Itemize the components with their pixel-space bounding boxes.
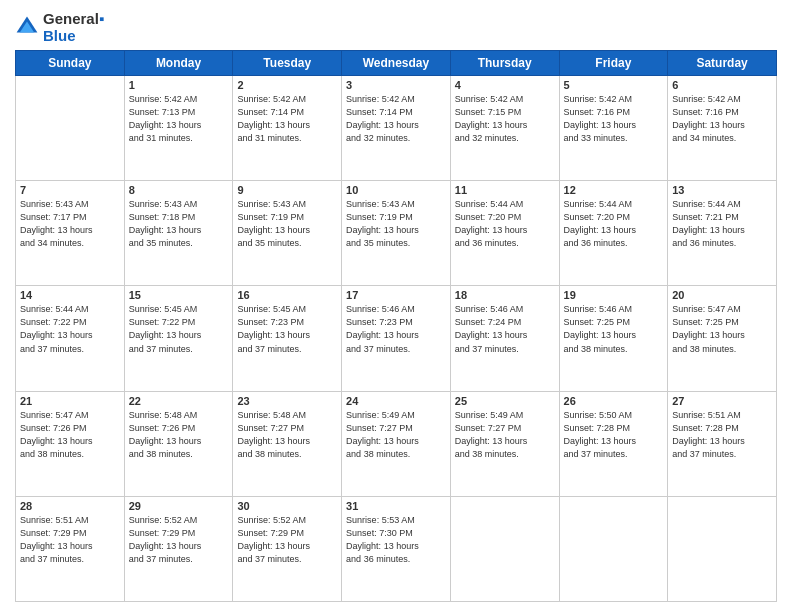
weekday-header-monday: Monday <box>124 51 233 76</box>
day-number: 19 <box>564 289 664 301</box>
day-cell: 3Sunrise: 5:42 AM Sunset: 7:14 PM Daylig… <box>342 76 451 181</box>
logo-text: General▪ Blue <box>43 10 104 44</box>
day-number: 1 <box>129 79 229 91</box>
day-info: Sunrise: 5:45 AM Sunset: 7:23 PM Dayligh… <box>237 303 337 355</box>
day-number: 24 <box>346 395 446 407</box>
day-info: Sunrise: 5:43 AM Sunset: 7:19 PM Dayligh… <box>237 198 337 250</box>
day-info: Sunrise: 5:44 AM Sunset: 7:20 PM Dayligh… <box>455 198 555 250</box>
day-cell: 22Sunrise: 5:48 AM Sunset: 7:26 PM Dayli… <box>124 391 233 496</box>
weekday-header-thursday: Thursday <box>450 51 559 76</box>
page: General▪ Blue SundayMondayTuesdayWednesd… <box>0 0 792 612</box>
day-number: 5 <box>564 79 664 91</box>
week-row-3: 21Sunrise: 5:47 AM Sunset: 7:26 PM Dayli… <box>16 391 777 496</box>
day-cell: 5Sunrise: 5:42 AM Sunset: 7:16 PM Daylig… <box>559 76 668 181</box>
day-cell: 14Sunrise: 5:44 AM Sunset: 7:22 PM Dayli… <box>16 286 125 391</box>
day-cell: 25Sunrise: 5:49 AM Sunset: 7:27 PM Dayli… <box>450 391 559 496</box>
day-info: Sunrise: 5:49 AM Sunset: 7:27 PM Dayligh… <box>455 409 555 461</box>
day-number: 30 <box>237 500 337 512</box>
day-number: 21 <box>20 395 120 407</box>
day-info: Sunrise: 5:46 AM Sunset: 7:23 PM Dayligh… <box>346 303 446 355</box>
day-number: 7 <box>20 184 120 196</box>
day-info: Sunrise: 5:49 AM Sunset: 7:27 PM Dayligh… <box>346 409 446 461</box>
day-cell: 11Sunrise: 5:44 AM Sunset: 7:20 PM Dayli… <box>450 181 559 286</box>
day-info: Sunrise: 5:48 AM Sunset: 7:26 PM Dayligh… <box>129 409 229 461</box>
day-number: 20 <box>672 289 772 301</box>
day-info: Sunrise: 5:52 AM Sunset: 7:29 PM Dayligh… <box>237 514 337 566</box>
day-cell <box>16 76 125 181</box>
day-info: Sunrise: 5:44 AM Sunset: 7:21 PM Dayligh… <box>672 198 772 250</box>
day-number: 26 <box>564 395 664 407</box>
day-info: Sunrise: 5:42 AM Sunset: 7:14 PM Dayligh… <box>346 93 446 145</box>
day-number: 17 <box>346 289 446 301</box>
day-info: Sunrise: 5:48 AM Sunset: 7:27 PM Dayligh… <box>237 409 337 461</box>
day-number: 4 <box>455 79 555 91</box>
day-number: 9 <box>237 184 337 196</box>
day-cell: 9Sunrise: 5:43 AM Sunset: 7:19 PM Daylig… <box>233 181 342 286</box>
day-cell: 26Sunrise: 5:50 AM Sunset: 7:28 PM Dayli… <box>559 391 668 496</box>
day-number: 3 <box>346 79 446 91</box>
day-info: Sunrise: 5:43 AM Sunset: 7:18 PM Dayligh… <box>129 198 229 250</box>
weekday-header-row: SundayMondayTuesdayWednesdayThursdayFrid… <box>16 51 777 76</box>
day-number: 22 <box>129 395 229 407</box>
weekday-header-sunday: Sunday <box>16 51 125 76</box>
day-number: 12 <box>564 184 664 196</box>
day-number: 31 <box>346 500 446 512</box>
week-row-1: 7Sunrise: 5:43 AM Sunset: 7:17 PM Daylig… <box>16 181 777 286</box>
day-number: 10 <box>346 184 446 196</box>
day-number: 15 <box>129 289 229 301</box>
day-number: 27 <box>672 395 772 407</box>
week-row-0: 1Sunrise: 5:42 AM Sunset: 7:13 PM Daylig… <box>16 76 777 181</box>
weekday-header-wednesday: Wednesday <box>342 51 451 76</box>
day-info: Sunrise: 5:42 AM Sunset: 7:16 PM Dayligh… <box>672 93 772 145</box>
day-info: Sunrise: 5:46 AM Sunset: 7:24 PM Dayligh… <box>455 303 555 355</box>
day-cell: 20Sunrise: 5:47 AM Sunset: 7:25 PM Dayli… <box>668 286 777 391</box>
day-cell: 23Sunrise: 5:48 AM Sunset: 7:27 PM Dayli… <box>233 391 342 496</box>
calendar-table: SundayMondayTuesdayWednesdayThursdayFrid… <box>15 50 777 602</box>
day-cell: 18Sunrise: 5:46 AM Sunset: 7:24 PM Dayli… <box>450 286 559 391</box>
weekday-header-tuesday: Tuesday <box>233 51 342 76</box>
logo-icon <box>15 15 39 39</box>
day-number: 11 <box>455 184 555 196</box>
day-cell: 28Sunrise: 5:51 AM Sunset: 7:29 PM Dayli… <box>16 496 125 601</box>
day-cell: 31Sunrise: 5:53 AM Sunset: 7:30 PM Dayli… <box>342 496 451 601</box>
day-cell <box>559 496 668 601</box>
day-info: Sunrise: 5:42 AM Sunset: 7:13 PM Dayligh… <box>129 93 229 145</box>
day-number: 25 <box>455 395 555 407</box>
day-cell <box>450 496 559 601</box>
day-cell: 19Sunrise: 5:46 AM Sunset: 7:25 PM Dayli… <box>559 286 668 391</box>
day-number: 18 <box>455 289 555 301</box>
day-info: Sunrise: 5:44 AM Sunset: 7:22 PM Dayligh… <box>20 303 120 355</box>
weekday-header-friday: Friday <box>559 51 668 76</box>
day-info: Sunrise: 5:42 AM Sunset: 7:15 PM Dayligh… <box>455 93 555 145</box>
day-info: Sunrise: 5:44 AM Sunset: 7:20 PM Dayligh… <box>564 198 664 250</box>
day-cell: 24Sunrise: 5:49 AM Sunset: 7:27 PM Dayli… <box>342 391 451 496</box>
day-number: 14 <box>20 289 120 301</box>
day-info: Sunrise: 5:45 AM Sunset: 7:22 PM Dayligh… <box>129 303 229 355</box>
day-info: Sunrise: 5:50 AM Sunset: 7:28 PM Dayligh… <box>564 409 664 461</box>
day-cell: 4Sunrise: 5:42 AM Sunset: 7:15 PM Daylig… <box>450 76 559 181</box>
day-info: Sunrise: 5:43 AM Sunset: 7:19 PM Dayligh… <box>346 198 446 250</box>
day-number: 13 <box>672 184 772 196</box>
day-info: Sunrise: 5:42 AM Sunset: 7:16 PM Dayligh… <box>564 93 664 145</box>
day-info: Sunrise: 5:42 AM Sunset: 7:14 PM Dayligh… <box>237 93 337 145</box>
logo: General▪ Blue <box>15 10 104 44</box>
day-cell: 29Sunrise: 5:52 AM Sunset: 7:29 PM Dayli… <box>124 496 233 601</box>
day-number: 29 <box>129 500 229 512</box>
day-info: Sunrise: 5:46 AM Sunset: 7:25 PM Dayligh… <box>564 303 664 355</box>
day-info: Sunrise: 5:51 AM Sunset: 7:28 PM Dayligh… <box>672 409 772 461</box>
day-cell: 6Sunrise: 5:42 AM Sunset: 7:16 PM Daylig… <box>668 76 777 181</box>
day-number: 2 <box>237 79 337 91</box>
day-info: Sunrise: 5:47 AM Sunset: 7:26 PM Dayligh… <box>20 409 120 461</box>
day-number: 28 <box>20 500 120 512</box>
day-cell: 10Sunrise: 5:43 AM Sunset: 7:19 PM Dayli… <box>342 181 451 286</box>
day-cell: 12Sunrise: 5:44 AM Sunset: 7:20 PM Dayli… <box>559 181 668 286</box>
week-row-4: 28Sunrise: 5:51 AM Sunset: 7:29 PM Dayli… <box>16 496 777 601</box>
day-cell: 16Sunrise: 5:45 AM Sunset: 7:23 PM Dayli… <box>233 286 342 391</box>
day-number: 8 <box>129 184 229 196</box>
day-cell: 27Sunrise: 5:51 AM Sunset: 7:28 PM Dayli… <box>668 391 777 496</box>
day-cell: 21Sunrise: 5:47 AM Sunset: 7:26 PM Dayli… <box>16 391 125 496</box>
day-info: Sunrise: 5:53 AM Sunset: 7:30 PM Dayligh… <box>346 514 446 566</box>
day-cell <box>668 496 777 601</box>
weekday-header-saturday: Saturday <box>668 51 777 76</box>
day-number: 23 <box>237 395 337 407</box>
